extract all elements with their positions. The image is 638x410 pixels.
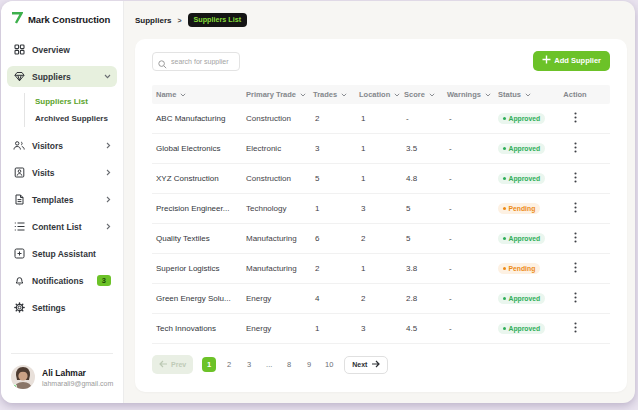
page-button-8[interactable]: 8 — [282, 357, 296, 372]
chevron-right-icon — [106, 223, 111, 230]
pagination: Prev 123...8910 Next — [152, 355, 610, 374]
user-name: Ali Lahmar — [42, 368, 113, 378]
sidebar-submenu: Suppliers ListArchived Suppliers — [24, 93, 117, 127]
user-email: lahmarali9@gmail.com — [42, 380, 113, 387]
row-actions-button[interactable] — [554, 112, 610, 125]
cell-location: 2 — [359, 294, 404, 303]
cell-score: 3.5 — [404, 144, 447, 153]
gear-icon — [13, 302, 25, 313]
sidebar-menu: OverviewSuppliersSuppliers ListArchived … — [1, 35, 123, 353]
sidebar-item-visits[interactable]: Visits — [7, 162, 117, 183]
next-page-button[interactable]: Next — [344, 356, 388, 374]
cell-score: - — [404, 114, 447, 123]
sort-icon — [525, 90, 531, 99]
cell-warnings: - — [447, 294, 498, 303]
sidebar-item-overview[interactable]: Overview — [7, 39, 117, 60]
sidebar-item-setup-assistant[interactable]: Setup Assistant — [7, 243, 117, 264]
table-row: Superior LogisticsManufacturing213.8-Pen… — [152, 254, 610, 284]
chevron-right-icon — [106, 169, 111, 176]
cell-location: 1 — [359, 174, 404, 183]
sidebar-item-visitors[interactable]: Visitors — [7, 135, 117, 156]
column-header-location[interactable]: Location — [359, 90, 404, 99]
cell-name: Quality Textiles — [152, 234, 246, 243]
row-actions-button[interactable] — [554, 202, 610, 215]
status-badge: Approved — [498, 323, 545, 334]
row-actions-button[interactable] — [554, 232, 610, 245]
row-actions-button[interactable] — [554, 262, 610, 275]
cell-name: XYZ Construction — [152, 174, 246, 183]
app-window: Mark Construction OverviewSuppliersSuppl… — [1, 1, 635, 403]
cell-trades: 2 — [313, 264, 359, 273]
status-badge: Approved — [498, 173, 545, 184]
cell-location: 1 — [359, 144, 404, 153]
cell-score: 2.8 — [404, 294, 447, 303]
column-header-score[interactable]: Score — [404, 90, 447, 99]
bell-icon — [13, 275, 25, 286]
plus-icon — [542, 55, 551, 66]
column-header-primary-trade[interactable]: Primary Trade — [246, 90, 313, 99]
online-status-dot — [12, 384, 17, 389]
prev-page-button[interactable]: Prev — [152, 355, 193, 374]
cell-location: 2 — [359, 234, 404, 243]
cell-score: 5 — [404, 234, 447, 243]
sidebar-item-settings[interactable]: Settings — [7, 297, 117, 318]
brand-name: Mark Construction — [28, 14, 110, 25]
column-header-name[interactable]: Name — [152, 90, 246, 99]
page-button-10[interactable]: 10 — [322, 357, 336, 372]
cell-score: 4.5 — [404, 324, 447, 333]
row-actions-button[interactable] — [554, 142, 610, 155]
cell-primary-trade: Energy — [246, 294, 313, 303]
chevron-right-icon — [106, 196, 111, 203]
page-ellipsis: ... — [262, 357, 276, 372]
cell-score: 3.8 — [404, 264, 447, 273]
chevron-right-icon — [106, 142, 111, 149]
cell-trades: 6 — [313, 234, 359, 243]
suppliers-table: NamePrimary TradeTradesLocationScoreWarn… — [152, 85, 610, 344]
sidebar-item-suppliers[interactable]: Suppliers — [7, 66, 117, 87]
cell-status: Approved — [498, 233, 554, 244]
arrow-left-icon — [159, 360, 168, 369]
status-badge: Approved — [498, 233, 545, 244]
sidebar-item-notifications[interactable]: Notifications3 — [7, 270, 117, 291]
sidebar-subitem-suppliers-list[interactable]: Suppliers List — [35, 93, 117, 110]
cell-trades: 4 — [313, 294, 359, 303]
page-button-3[interactable]: 3 — [242, 357, 256, 372]
cell-trades: 1 — [313, 204, 359, 213]
notifications-badge: 3 — [97, 275, 111, 287]
cell-location: 3 — [359, 204, 404, 213]
page-numbers: 123...8910 — [202, 357, 336, 372]
column-header-status[interactable]: Status — [498, 90, 554, 99]
cell-primary-trade: Manufacturing — [246, 264, 313, 273]
cell-trades: 2 — [313, 114, 359, 123]
cell-name: Green Energy Solu... — [152, 294, 246, 303]
add-supplier-button[interactable]: Add Supplier — [533, 51, 610, 71]
breadcrumb-current: Suppliers List — [188, 13, 248, 28]
page-button-2[interactable]: 2 — [222, 357, 236, 372]
search-box — [152, 50, 240, 71]
sort-icon — [429, 90, 435, 99]
gem-icon — [13, 71, 25, 82]
sidebar-subitem-archived-suppliers[interactable]: Archived Suppliers — [35, 110, 117, 127]
templates-icon — [13, 194, 25, 205]
cell-name: Superior Logistics — [152, 264, 246, 273]
cell-warnings: - — [447, 324, 498, 333]
page-button-1[interactable]: 1 — [202, 357, 216, 372]
cell-score: 5 — [404, 204, 447, 213]
cell-warnings: - — [447, 174, 498, 183]
row-actions-button[interactable] — [554, 172, 610, 185]
column-header-trades[interactable]: Trades — [313, 90, 359, 99]
cell-location: 1 — [359, 264, 404, 273]
column-header-warnings[interactable]: Warnings — [447, 90, 498, 99]
cell-status: Pending — [498, 203, 554, 214]
user-profile[interactable]: Ali Lahmar lahmarali9@gmail.com — [11, 353, 113, 403]
cell-location: 3 — [359, 324, 404, 333]
sidebar-item-content-list[interactable]: Content List — [7, 216, 117, 237]
row-actions-button[interactable] — [554, 322, 610, 335]
sort-icon — [300, 90, 306, 99]
breadcrumb-parent[interactable]: Suppliers — [135, 16, 171, 25]
sidebar-item-templates[interactable]: Templates — [7, 189, 117, 210]
brand-logo: Mark Construction — [1, 1, 123, 35]
cell-name: Global Electronics — [152, 144, 246, 153]
page-button-9[interactable]: 9 — [302, 357, 316, 372]
row-actions-button[interactable] — [554, 292, 610, 305]
